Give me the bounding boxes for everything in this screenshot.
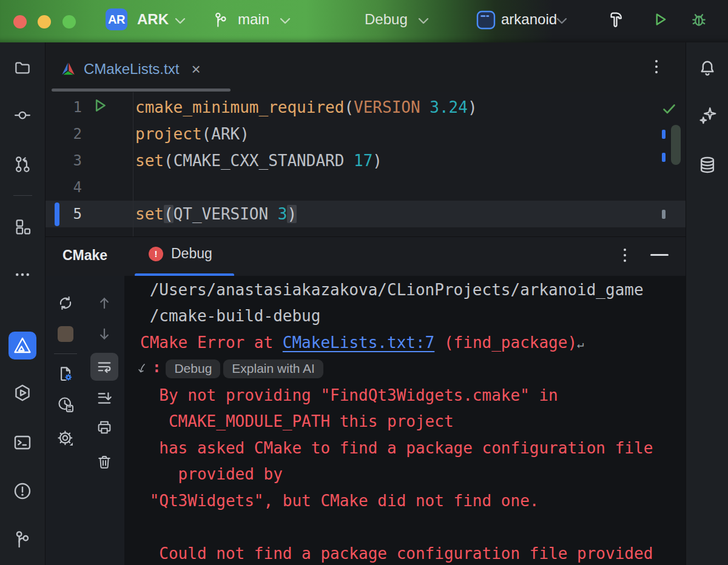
title-bar: AR ARK main Debug arkanoid bbox=[0, 0, 728, 42]
pull-requests-tool-button[interactable] bbox=[8, 150, 36, 178]
tool-window-title: CMake bbox=[62, 247, 107, 264]
console-line: has asked CMake to find a package config… bbox=[124, 435, 686, 461]
maximize-window-button[interactable] bbox=[62, 15, 76, 28]
next-message-button[interactable] bbox=[90, 320, 118, 348]
tab-underline bbox=[52, 89, 231, 92]
services-tool-button[interactable] bbox=[8, 379, 36, 407]
branch-dropdown[interactable]: main bbox=[238, 11, 269, 28]
profiling-history-button[interactable] bbox=[52, 390, 79, 418]
down-arrow-icon bbox=[96, 326, 113, 343]
pull-request-icon bbox=[13, 155, 32, 173]
printer-icon bbox=[96, 419, 113, 436]
code-line[interactable]: 4 bbox=[46, 174, 686, 201]
chip-explain-with-ai[interactable]: Explain with AI bbox=[223, 359, 323, 378]
debug-button[interactable] bbox=[688, 8, 710, 31]
git-tool-button[interactable] bbox=[8, 526, 36, 553]
close-tab-icon[interactable]: × bbox=[191, 61, 200, 77]
editor-scrollbar[interactable] bbox=[671, 125, 681, 165]
project-tool-button[interactable] bbox=[8, 54, 36, 82]
project-badge: AR bbox=[106, 8, 127, 30]
vcs-change-tick bbox=[662, 153, 666, 162]
rerun-button[interactable] bbox=[52, 289, 79, 317]
file-gear-icon bbox=[56, 365, 75, 383]
error-badge: ! bbox=[149, 247, 163, 261]
code-line[interactable]: 1cmake_minimum_required(VERSION 3.24) bbox=[46, 94, 686, 121]
line-number: 2 bbox=[46, 125, 82, 142]
caret-position-tick bbox=[662, 210, 666, 219]
console-line: Could not find a package configuration f… bbox=[124, 540, 686, 565]
line-number: 3 bbox=[46, 152, 82, 169]
line-number: 4 bbox=[46, 179, 82, 196]
soft-wrap-icon bbox=[96, 358, 113, 375]
editor-tab-bar: CMakeLists.txt × bbox=[46, 42, 686, 92]
sparkles-icon bbox=[698, 105, 717, 125]
run-config-dropdown[interactable]: arkanoid bbox=[501, 11, 557, 28]
tab-label: CMakeLists.txt bbox=[84, 61, 179, 78]
chevron-down-icon bbox=[279, 17, 291, 25]
code-line[interactable]: 3set(CMAKE_CXX_STANDARD 17) bbox=[46, 147, 686, 174]
problems-exclamation-icon bbox=[13, 481, 32, 501]
right-tool-strip bbox=[686, 42, 728, 565]
print-button[interactable] bbox=[90, 413, 118, 441]
ai-assistant-button[interactable] bbox=[693, 101, 721, 129]
console-toolbar bbox=[46, 276, 124, 565]
minimize-tool-window-button[interactable] bbox=[650, 254, 669, 256]
tab-cmakeliststxt[interactable]: CMakeLists.txt × bbox=[52, 51, 209, 87]
cmake-tool-button-active[interactable] bbox=[8, 332, 36, 359]
cmake-triangle-icon bbox=[11, 334, 34, 357]
hammer-icon bbox=[607, 10, 625, 28]
cmake-logo-icon bbox=[60, 61, 76, 78]
terminal-tool-button[interactable] bbox=[8, 429, 36, 456]
code-text: set(QT_VERSION 3) bbox=[135, 201, 297, 227]
open-cmake-settings-button[interactable] bbox=[52, 360, 79, 388]
code-line[interactable]: 5set(QT_VERSION 3) bbox=[46, 201, 686, 227]
database-button[interactable] bbox=[693, 151, 721, 179]
console-output[interactable]: /Users/anastasiakazakova/CLionProjects/a… bbox=[124, 276, 686, 565]
code-line[interactable]: 2project(ARK) bbox=[46, 121, 686, 147]
gear-icon bbox=[56, 429, 75, 447]
settings-button[interactable] bbox=[52, 424, 79, 452]
run-button[interactable] bbox=[649, 8, 671, 31]
more-tool-windows-button[interactable] bbox=[8, 261, 36, 289]
clock-save-icon bbox=[56, 395, 75, 413]
scroll-to-end-button[interactable] bbox=[90, 384, 118, 412]
editor-options-kebab[interactable] bbox=[655, 60, 658, 73]
project-name-dropdown[interactable]: ARK bbox=[137, 11, 169, 28]
stop-button[interactable] bbox=[52, 320, 79, 348]
soft-wrap-toggle[interactable] bbox=[90, 353, 118, 381]
console-panel: /Users/anastasiakazakova/CLionProjects/a… bbox=[46, 276, 686, 565]
chip-debug[interactable]: Debug bbox=[166, 359, 220, 378]
line-number: 5 bbox=[46, 206, 82, 222]
console-line: CMake Error at CMakeLists.txt:7 (find_pa… bbox=[124, 329, 686, 356]
problems-tool-button[interactable] bbox=[8, 477, 36, 505]
up-arrow-icon bbox=[96, 295, 113, 312]
git-branch-icon bbox=[13, 530, 32, 549]
console-line bbox=[124, 514, 686, 541]
build-type-dropdown[interactable]: Debug bbox=[365, 11, 408, 28]
console-line: /Users/anastasiakazakova/CLionProjects/a… bbox=[124, 276, 686, 303]
tab-debug-console[interactable]: ! Debug bbox=[149, 246, 212, 262]
clear-console-button[interactable] bbox=[90, 448, 118, 476]
build-button[interactable] bbox=[605, 8, 627, 31]
chevron-down-icon bbox=[174, 17, 186, 25]
commit-icon bbox=[13, 106, 32, 124]
console-line: By not providing "FindQt3Widgets.cmake" … bbox=[124, 382, 686, 409]
structure-tool-button[interactable] bbox=[8, 213, 36, 241]
tool-window-options-kebab[interactable] bbox=[624, 249, 626, 262]
code-text: cmake_minimum_required(VERSION 3.24) bbox=[135, 94, 477, 121]
code-editor[interactable]: 1cmake_minimum_required(VERSION 3.24)2pr… bbox=[46, 92, 686, 236]
folder-icon bbox=[13, 59, 32, 77]
inspections-ok-check-icon[interactable] bbox=[662, 102, 676, 116]
main-area: CMakeLists.txt × 1cmake_minimum_required… bbox=[46, 42, 686, 565]
minimize-window-button[interactable] bbox=[38, 15, 51, 28]
clion-window: AR ARK main Debug arkanoid bbox=[0, 0, 728, 565]
error-file-link[interactable]: CMakeLists.txt:7 bbox=[283, 333, 434, 352]
play-icon bbox=[652, 11, 669, 28]
close-window-button[interactable] bbox=[13, 15, 27, 28]
prev-message-button[interactable] bbox=[90, 289, 118, 317]
notifications-button[interactable] bbox=[693, 55, 721, 82]
run-line-marker-icon[interactable] bbox=[92, 97, 109, 114]
console-line: "Qt3Widgets", but CMake did not find one… bbox=[124, 487, 686, 514]
left-tool-strip bbox=[0, 42, 46, 565]
commit-tool-button[interactable] bbox=[8, 101, 36, 129]
